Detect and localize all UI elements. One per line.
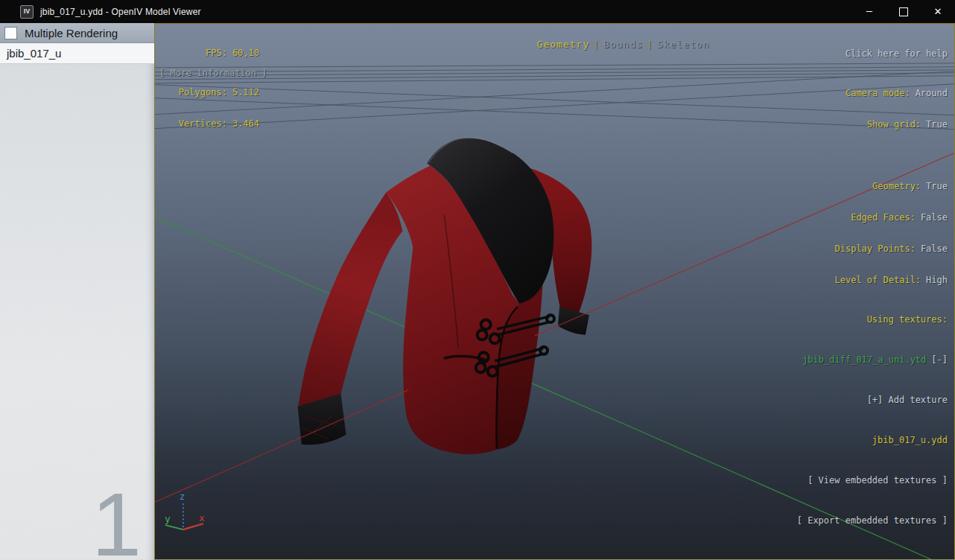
tab-separator: |: [593, 39, 600, 50]
axis-z-label: z: [180, 491, 185, 502]
export-embedded-textures-button[interactable]: [ Export embedded textures ]: [797, 514, 948, 527]
minimize-button[interactable]: ─: [852, 0, 886, 23]
display-points-row: Display Points:False: [835, 244, 948, 254]
textures-panel: Using textures: jbib_diff_017_a_uni.ytd[…: [797, 286, 948, 554]
tab-bounds[interactable]: Bounds: [603, 39, 643, 50]
window-title: jbib_017_u.ydd - OpenIV Model Viewer: [40, 7, 201, 17]
title-bar: IV jbib_017_u.ydd - OpenIV Model Viewer …: [0, 0, 955, 23]
model-file-name: jbib_017_u.ydd: [797, 433, 948, 447]
viewport-settings-panel: Click here for help Camera mode:Around S…: [835, 28, 948, 306]
more-information-link[interactable]: [ More information ]: [159, 68, 267, 78]
remove-texture-button[interactable]: [-]: [931, 354, 948, 365]
add-texture-button[interactable]: [+] Add texture: [797, 393, 948, 407]
vertices-stat: Vertices:3.464: [159, 118, 259, 129]
minimize-icon: ─: [866, 6, 872, 17]
jacket-model: [298, 138, 592, 454]
tab-skeleton[interactable]: Skeleton: [657, 39, 710, 50]
texture-row: jbib_diff_017_a_uni.ytd[-]: [797, 353, 948, 366]
view-embedded-textures-button[interactable]: [ View embedded textures ]: [797, 474, 948, 487]
edged-faces-row: Edged Faces:False: [835, 212, 948, 223]
view-mode-tabs: Geometry|Bounds|Skeleton: [484, 28, 710, 61]
viewport-3d[interactable]: z y x FPS:60,10 Polygons:5.112 Vertices:…: [154, 23, 955, 560]
openiv-model-viewer-window: IV jbib_017_u.ydd - OpenIV Model Viewer …: [0, 0, 955, 560]
model-list-sidebar: Multiple Rendering jbib_017_u 1: [0, 23, 154, 560]
show-grid-row: Show grid:True: [835, 119, 948, 130]
multiple-rendering-checkbox[interactable]: [4, 27, 17, 39]
maximize-icon: [899, 7, 908, 16]
texture-file-name: jbib_diff_017_a_uni.ytd: [802, 354, 926, 365]
axis-x-label: x: [199, 512, 205, 524]
fps-stat: FPS:60,10: [159, 48, 259, 58]
multiple-rendering-row: Multiple Rendering: [0, 23, 154, 43]
geometry-row: Geometry:True: [835, 181, 948, 191]
using-textures-header: Using textures:: [797, 313, 948, 326]
level-of-detail-row: Level of Detail:High: [835, 275, 948, 285]
tab-separator: |: [647, 39, 653, 50]
window-controls: ─ ✕: [852, 0, 955, 23]
main-area: Multiple Rendering jbib_017_u 1: [0, 23, 955, 560]
model-list-item-selected[interactable]: jbib_017_u: [0, 43, 154, 64]
polygons-stat: Polygons:5.112: [159, 87, 259, 98]
close-icon: ✕: [934, 6, 942, 17]
page-number: 1: [92, 491, 139, 559]
close-button[interactable]: ✕: [921, 0, 955, 23]
help-link[interactable]: Click here for help: [835, 48, 948, 59]
app-icon: IV: [20, 5, 34, 19]
render-stats: FPS:60,10 Polygons:5.112 Vertices:3.464: [159, 27, 259, 150]
multiple-rendering-label: Multiple Rendering: [25, 27, 118, 39]
axis-gizmo: z y x: [165, 491, 205, 529]
tab-geometry[interactable]: Geometry: [537, 39, 590, 50]
camera-mode-row: Camera mode:Around: [835, 88, 948, 98]
maximize-button[interactable]: [886, 0, 921, 23]
axis-y-label: y: [165, 513, 171, 524]
